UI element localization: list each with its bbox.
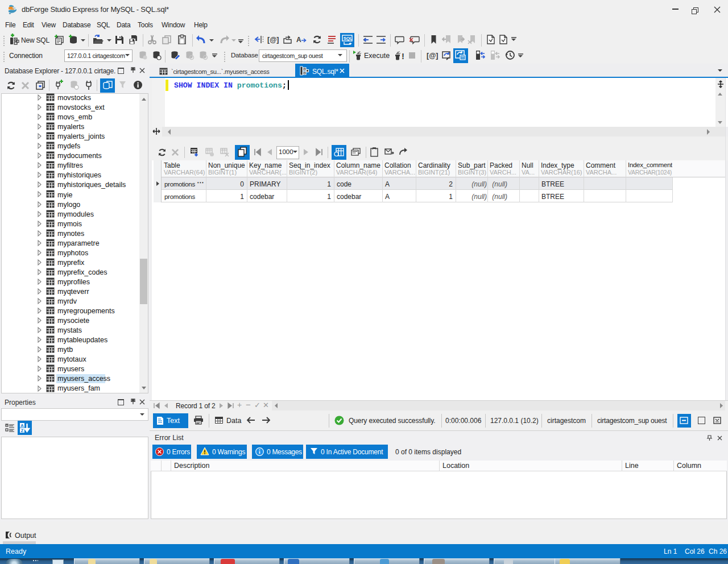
svg-text:Z: Z xyxy=(21,428,24,433)
svg-text:SQL: SQL xyxy=(344,36,353,41)
svg-text:A: A xyxy=(296,36,301,44)
svg-text:!: ! xyxy=(402,51,404,61)
svg-text:A: A xyxy=(20,423,24,428)
